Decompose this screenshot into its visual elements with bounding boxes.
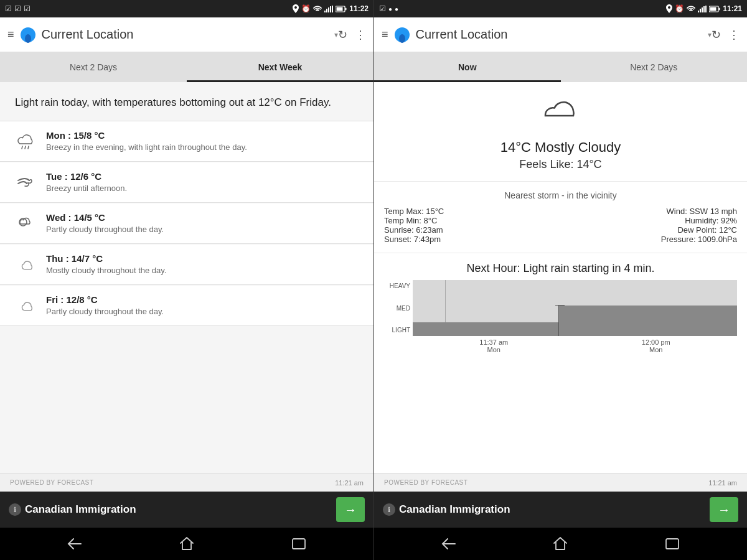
next-hour-title: Next Hour: Light rain starting in 4 min. xyxy=(374,253,747,280)
chart-bar-high xyxy=(558,306,737,337)
storm-item-6: Dew Point: 12°C xyxy=(566,225,738,235)
right-footer: POWERED BY FORECAST 11:21 am xyxy=(374,473,747,492)
right-status-left: ☑ ● ● xyxy=(379,4,398,13)
forecast-desc-1: Breezy until afternoon. xyxy=(46,184,364,193)
forecast-row-4: Fri : 12/8 °C Partly cloudy throughout t… xyxy=(0,286,374,326)
svg-rect-19 xyxy=(705,6,707,12)
left-app-bar-actions: ↻ ⋮ xyxy=(338,28,366,42)
app-logo-icon xyxy=(19,26,37,44)
right-ad-title: Canadian Immigration xyxy=(399,503,510,516)
rain-chart-section: HEAVY MED LIGHT xyxy=(374,280,747,363)
svg-rect-16 xyxy=(700,9,701,12)
forecast-day-3: Thu : 14/7 °C xyxy=(46,253,364,264)
left-app-bar: ≡ Current Location ▾ ↻ ⋮ xyxy=(0,17,374,52)
tab-next2days[interactable]: Next 2 Days xyxy=(0,52,187,82)
forecast-icon-4 xyxy=(10,294,41,317)
svg-rect-2 xyxy=(328,7,329,12)
storm-right-col: Wind: SSW 13 mph Humidity: 92% Dew Point… xyxy=(566,207,738,244)
x-label-0: 11:37 am Mon xyxy=(479,338,508,353)
left-recent-btn[interactable] xyxy=(286,534,311,553)
storm-item-7: Pressure: 1009.0hPa xyxy=(566,235,738,244)
left-summary: Light rain today, with temperatures bott… xyxy=(0,82,374,121)
menu-icon[interactable]: ≡ xyxy=(7,28,14,41)
right-menu-icon[interactable]: ≡ xyxy=(382,28,388,41)
right-nav-bar xyxy=(374,528,747,560)
left-tab-bar: Next 2 Days Next Week xyxy=(0,52,374,82)
svg-rect-15 xyxy=(698,11,699,12)
svg-rect-17 xyxy=(702,7,703,12)
left-ad-title: Canadian Immigration xyxy=(25,503,136,516)
y-label-med: MED xyxy=(384,305,413,312)
forecast-text-1: Tue : 12/6 °C Breezy until afternoon. xyxy=(41,171,364,193)
right-footer-time: 11:21 am xyxy=(708,479,737,487)
svg-rect-4 xyxy=(332,6,333,12)
left-ad-info-icon[interactable]: ℹ xyxy=(9,503,21,516)
svg-rect-6 xyxy=(345,7,347,10)
forecast-day-1: Tue : 12/6 °C xyxy=(46,171,364,182)
weather-feels-like: Feels Like: 14°C xyxy=(519,158,601,171)
forecast-icon-2 xyxy=(10,212,41,235)
right-alarm-icon: ⏰ xyxy=(675,4,684,13)
svg-line-12 xyxy=(28,146,29,149)
right-ad-arrow-icon: → xyxy=(718,503,730,517)
left-refresh-icon[interactable]: ↻ xyxy=(338,28,347,42)
left-ad-arrow-btn[interactable]: → xyxy=(336,497,365,522)
svg-rect-22 xyxy=(710,7,716,11)
right-location-icon xyxy=(666,4,672,13)
left-powered-text: POWERED BY FORECAST xyxy=(10,479,93,486)
chart-step-horiz xyxy=(555,305,565,306)
right-checkbox-icon-1: ☑ xyxy=(379,4,386,13)
right-app-bar: ≡ Current Location ▾ ↻ ⋮ xyxy=(374,17,747,52)
right-powered-text: POWERED BY FORECAST xyxy=(384,479,467,486)
storm-title: Nearest storm - in the vicinity xyxy=(384,190,737,200)
storm-section: Nearest storm - in the vicinity Temp Max… xyxy=(374,182,747,253)
chart-y-axis: HEAVY MED LIGHT xyxy=(384,280,413,336)
svg-line-11 xyxy=(25,146,26,149)
left-footer-time: 11:21 am xyxy=(335,479,364,487)
right-app-bar-actions: ↻ ⋮ xyxy=(712,28,740,42)
signal-icon xyxy=(324,6,333,12)
right-home-btn[interactable] xyxy=(548,534,573,553)
storm-grid: Temp Max: 15°C Temp Min: 8°C Sunrise: 6:… xyxy=(384,207,737,244)
right-phone-panel: ☑ ● ● ⏰ 11:21 ≡ Current Location xyxy=(374,0,747,560)
storm-item-0: Temp Max: 15°C xyxy=(384,207,556,216)
storm-item-1: Temp Min: 8°C xyxy=(384,216,556,225)
left-status-bar: ☑ ☑ ☑ ⏰ 11:22 xyxy=(0,0,374,17)
tab-now[interactable]: Now xyxy=(374,52,561,82)
storm-left-col: Temp Max: 15°C Temp Min: 8°C Sunrise: 6:… xyxy=(384,207,556,244)
rain-chart-container: HEAVY MED LIGHT xyxy=(384,280,737,336)
forecast-day-2: Wed : 14/5 °C xyxy=(46,212,364,223)
right-recent-btn[interactable] xyxy=(660,534,685,553)
left-ad-bar: ℹ Canadian Immigration → xyxy=(0,492,374,528)
left-app-title: Current Location xyxy=(42,27,333,42)
svg-rect-14 xyxy=(293,539,305,549)
right-ad-arrow-btn[interactable]: → xyxy=(710,497,738,522)
forecast-desc-2: Partly cloudy throughout the day. xyxy=(46,225,364,234)
svg-rect-7 xyxy=(337,7,343,11)
tab-nextweek[interactable]: Next Week xyxy=(187,52,374,82)
right-content: 14°C Mostly Cloudy Feels Like: 14°C Near… xyxy=(374,82,747,473)
left-more-icon[interactable]: ⋮ xyxy=(355,28,366,42)
forecast-text-3: Thu : 14/7 °C Mostly cloudy throughout t… xyxy=(41,253,364,275)
right-ad-info-icon[interactable]: ℹ xyxy=(383,503,395,516)
storm-item-4: Wind: SSW 13 mph xyxy=(566,207,738,216)
tab-right-next2days[interactable]: Next 2 Days xyxy=(561,52,748,82)
svg-rect-25 xyxy=(666,539,679,549)
right-more-icon[interactable]: ⋮ xyxy=(728,28,740,42)
svg-rect-21 xyxy=(719,7,720,10)
left-footer: POWERED BY FORECAST 11:21 am xyxy=(0,473,374,492)
right-dot-icon-2: ● xyxy=(395,6,398,12)
right-back-btn[interactable] xyxy=(436,534,461,553)
y-label-heavy: HEAVY xyxy=(384,282,413,289)
left-time: 11:22 xyxy=(349,4,369,13)
right-wifi-icon xyxy=(687,6,695,12)
checkbox-icon-3: ☑ xyxy=(24,4,31,13)
left-home-btn[interactable] xyxy=(174,534,199,553)
forecast-icon-1 xyxy=(10,171,41,194)
left-back-btn[interactable] xyxy=(62,534,87,553)
left-ad-arrow-icon: → xyxy=(344,503,357,517)
svg-rect-18 xyxy=(703,6,705,12)
right-status-right: ⏰ 11:21 xyxy=(666,4,742,13)
right-refresh-icon[interactable]: ↻ xyxy=(712,28,721,42)
forecast-desc-0: Breezy in the evening, with light rain t… xyxy=(46,142,364,152)
